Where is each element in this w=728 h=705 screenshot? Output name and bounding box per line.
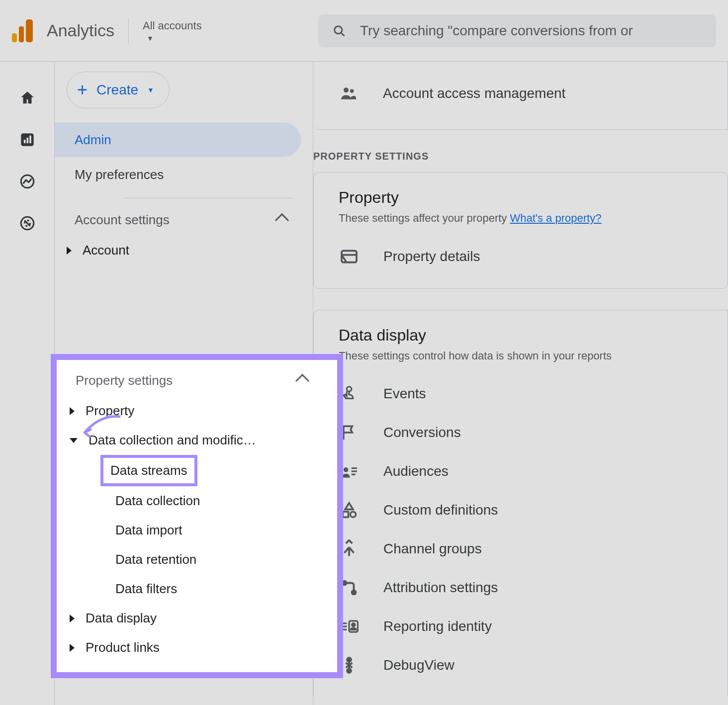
- row-custom-defs-label: Custom definitions: [383, 502, 498, 518]
- nav-admin[interactable]: Admin: [55, 122, 301, 157]
- card-data-display-desc: These settings control how data is shown…: [339, 350, 728, 362]
- svg-point-10: [344, 88, 349, 92]
- card-data-display: Data display These settings control how …: [313, 310, 728, 697]
- triangle-right-icon: [70, 644, 75, 652]
- row-property-details-label: Property details: [383, 249, 480, 264]
- app-header: Analytics All accounts ▼ Try searching "…: [0, 0, 728, 62]
- divider: [124, 198, 293, 198]
- row-audiences[interactable]: Audiences: [339, 452, 728, 491]
- svg-point-23: [352, 591, 356, 595]
- row-events[interactable]: Events: [339, 374, 728, 413]
- svg-point-30: [347, 669, 351, 673]
- content-area: Account access management PROPERTY SETTI…: [313, 62, 728, 705]
- row-channel-groups[interactable]: Channel groups: [339, 529, 728, 568]
- row-account-access-label: Account access management: [383, 86, 565, 101]
- card-data-display-title: Data display: [339, 326, 728, 345]
- tree-data-collection-item-label: Data collection: [115, 493, 200, 509]
- svg-point-21: [350, 512, 356, 517]
- svg-rect-5: [29, 136, 31, 144]
- reports-icon[interactable]: [19, 131, 36, 148]
- tree-account[interactable]: Account: [55, 236, 313, 265]
- row-debugview-label: DebugView: [383, 657, 455, 673]
- tree-data-import[interactable]: Data import: [61, 516, 333, 545]
- svg-point-25: [352, 623, 355, 626]
- section-property-label: Property settings: [76, 373, 173, 388]
- card-property-desc-text: These settings affect your property: [339, 212, 510, 224]
- triangle-right-icon: [70, 407, 75, 415]
- header-divider: [128, 18, 129, 43]
- section-account-label: Account settings: [75, 212, 170, 228]
- search-input[interactable]: Try searching "compare conversions from …: [318, 14, 716, 47]
- row-reporting-identity-label: Reporting identity: [383, 618, 492, 634]
- svg-line-1: [342, 33, 345, 36]
- svg-line-9: [24, 220, 30, 226]
- account-switch-label: All accounts: [143, 19, 202, 32]
- tree-data-import-label: Data import: [115, 523, 182, 538]
- search-icon: [332, 24, 346, 38]
- row-reporting-identity[interactable]: Reporting identity: [339, 607, 728, 646]
- chevron-down-icon: ▼: [147, 86, 154, 94]
- row-channel-groups-label: Channel groups: [383, 541, 482, 557]
- plus-icon: +: [77, 80, 88, 100]
- triangle-right-icon: [70, 615, 75, 622]
- nav-preferences[interactable]: My preferences: [55, 157, 301, 192]
- admin-sidebar: + Create ▼ Admin My preferences Account …: [55, 62, 313, 705]
- tree-account-label: Account: [83, 243, 129, 258]
- create-button[interactable]: + Create ▼: [67, 72, 170, 108]
- highlight-property-settings: Property settings Property Data collecti…: [51, 354, 343, 678]
- highlight-data-streams: Data streams: [100, 455, 197, 486]
- row-account-access[interactable]: Account access management: [338, 74, 728, 113]
- link-whats-a-property[interactable]: What's a property?: [510, 212, 601, 224]
- row-property-details[interactable]: Property details: [339, 237, 728, 276]
- brand-name: Analytics: [47, 21, 114, 40]
- tree-data-collection[interactable]: Data collection: [61, 486, 333, 516]
- svg-point-11: [350, 89, 354, 93]
- home-icon[interactable]: [19, 89, 36, 106]
- card-account-partial: Account access management: [313, 62, 728, 130]
- svg-rect-3: [23, 140, 25, 143]
- card-property-title: Property: [339, 188, 728, 207]
- tree-data-display-label: Data display: [86, 611, 157, 626]
- search-placeholder: Try searching "compare conversions from …: [360, 23, 633, 39]
- nav-admin-label: Admin: [75, 132, 111, 148]
- svg-point-15: [347, 387, 352, 392]
- card-property-desc: These settings affect your property What…: [339, 212, 728, 225]
- tree-data-streams[interactable]: Data streams: [108, 460, 189, 481]
- svg-rect-4: [26, 138, 28, 143]
- nav-prefs-label: My preferences: [75, 167, 164, 182]
- row-debugview[interactable]: DebugView: [339, 646, 728, 685]
- row-conversions-label: Conversions: [383, 425, 461, 441]
- section-account-settings[interactable]: Account settings: [55, 204, 313, 236]
- svg-point-29: [347, 658, 351, 662]
- row-conversions[interactable]: Conversions: [339, 413, 728, 452]
- chevron-down-icon: ▼: [147, 34, 154, 42]
- tree-data-retention-label: Data retention: [115, 552, 196, 567]
- analytics-logo-icon: [12, 19, 33, 42]
- annotation-arrow-icon: [76, 412, 125, 441]
- chevron-up-icon: [275, 213, 289, 227]
- row-attribution[interactable]: Attribution settings: [339, 568, 728, 607]
- create-label: Create: [96, 82, 138, 98]
- explore-icon[interactable]: [19, 173, 36, 190]
- account-switcher[interactable]: All accounts ▼: [143, 19, 202, 42]
- row-audiences-label: Audiences: [383, 463, 449, 479]
- row-attribution-label: Attribution settings: [383, 580, 498, 596]
- tree-data-filters[interactable]: Data filters: [61, 574, 333, 604]
- tree-data-retention[interactable]: Data retention: [61, 545, 333, 574]
- row-custom-definitions[interactable]: Custom definitions: [339, 491, 728, 529]
- advertising-icon[interactable]: [19, 215, 36, 232]
- svg-point-16: [344, 467, 349, 472]
- tree-data-filters-label: Data filters: [115, 581, 177, 597]
- section-property-settings[interactable]: Property settings: [61, 365, 333, 396]
- svg-rect-20: [343, 512, 348, 517]
- tree-product-links[interactable]: Product links: [61, 633, 333, 662]
- svg-rect-12: [342, 251, 357, 262]
- nav-rail: [0, 62, 55, 705]
- svg-point-0: [335, 26, 342, 33]
- card-property: Property These settings affect your prop…: [313, 172, 728, 289]
- tree-data-display[interactable]: Data display: [61, 604, 333, 633]
- label-property-settings: PROPERTY SETTINGS: [313, 151, 728, 162]
- triangle-right-icon: [67, 247, 72, 255]
- row-events-label: Events: [383, 386, 426, 402]
- tree-data-streams-label: Data streams: [110, 463, 187, 478]
